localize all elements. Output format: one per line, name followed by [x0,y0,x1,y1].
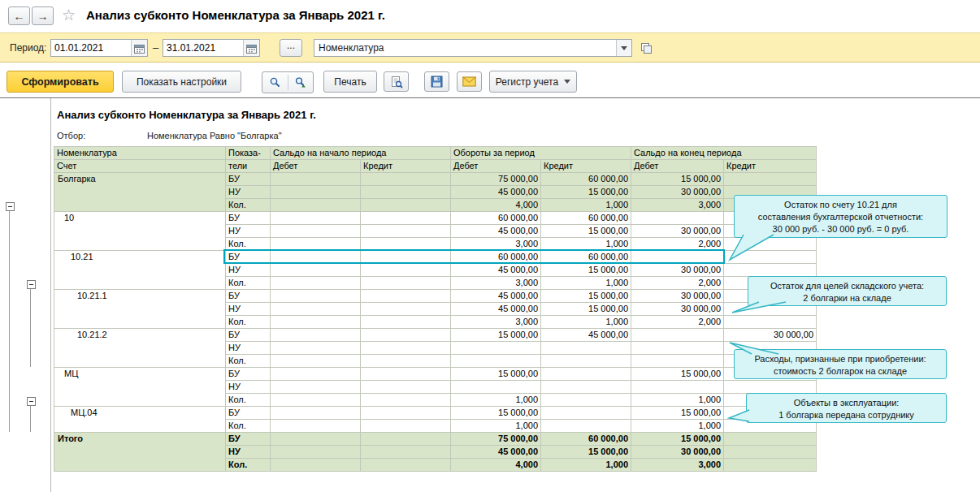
cell-indicator[interactable]: БУ [226,173,271,186]
cell-value[interactable]: 15 000,00 [541,303,631,316]
cell-value[interactable]: 3,000 [631,459,724,472]
cell-value[interactable]: 45 000,00 [451,303,541,316]
cell-value[interactable] [361,277,451,290]
cell-value[interactable]: 15 000,00 [541,186,631,199]
cell-value[interactable]: 15 000,00 [631,368,724,381]
cell-value[interactable] [271,459,361,472]
subconto-combobox[interactable]: Номенклатура [314,39,632,57]
cell-value[interactable]: 30 000,00 [631,264,724,277]
cell-value[interactable] [271,355,361,368]
cell-value[interactable]: 30 000,00 [631,186,724,199]
cell-value[interactable] [271,433,361,446]
cell-indicator[interactable]: БУ [226,407,271,420]
cell-indicator[interactable]: Кол. [226,459,271,472]
cell-value[interactable] [271,225,361,238]
cell-account[interactable]: 10 [54,212,226,251]
cell-value[interactable]: 60 000,00 [541,433,631,446]
cell-value[interactable]: 15 000,00 [541,446,631,459]
cell-value[interactable] [271,186,361,199]
cell-value[interactable] [541,407,631,420]
cell-value[interactable] [271,407,361,420]
print-preview-button[interactable] [384,71,409,92]
cell-value[interactable] [361,316,451,329]
date-to-input[interactable] [163,42,243,54]
cell-value[interactable]: 45 000,00 [451,225,541,238]
cell-value[interactable]: 75 000,00 [451,433,541,446]
cell-value[interactable]: 15 000,00 [451,407,541,420]
cell-indicator[interactable]: НУ [226,303,271,316]
cell-indicator[interactable]: Кол. [226,199,271,212]
cell-value[interactable] [271,381,361,394]
cell-value[interactable]: 1,000 [541,459,631,472]
cell-indicator[interactable]: Кол. [226,355,271,368]
group-collapse-button[interactable] [27,397,36,406]
cell-value[interactable] [361,368,451,381]
cell-value[interactable]: 2,000 [631,316,724,329]
cell-value[interactable]: 15 000,00 [631,173,724,186]
cell-indicator[interactable]: Кол. [226,316,271,329]
cell-value[interactable]: 45 000,00 [541,329,631,342]
cell-value[interactable] [724,446,817,459]
cell-indicator[interactable]: НУ [226,381,271,394]
cell-indicator[interactable]: НУ [226,225,271,238]
cell-value[interactable] [724,316,817,329]
cell-value[interactable]: 4,000 [451,199,541,212]
cell-account[interactable]: Итого [54,433,226,472]
cell-value[interactable] [361,433,451,446]
cell-value[interactable] [271,394,361,407]
cell-value[interactable]: 1,000 [541,199,631,212]
cell-value[interactable] [361,446,451,459]
cell-value[interactable] [361,264,451,277]
cell-value[interactable]: 3,000 [451,277,541,290]
cell-indicator[interactable]: БУ [226,368,271,381]
period-more-button[interactable]: ... [280,39,302,57]
date-from-input[interactable] [51,42,131,54]
cell-value[interactable]: 15 000,00 [631,433,724,446]
search-next-button[interactable] [288,72,314,93]
cell-value[interactable]: 60 000,00 [451,212,541,225]
cell-value[interactable] [631,342,724,355]
cell-account[interactable]: 10.21.2 [54,329,226,368]
cell-value[interactable] [361,342,451,355]
save-button[interactable] [424,71,449,92]
cell-value[interactable]: 45 000,00 [451,290,541,303]
cell-value[interactable] [541,368,631,381]
cell-value[interactable] [541,355,631,368]
cell-value[interactable] [361,212,451,225]
cell-value[interactable] [271,329,361,342]
cell-value[interactable] [724,264,817,277]
cell-value[interactable] [631,329,724,342]
cell-value[interactable] [361,225,451,238]
cell-value[interactable] [271,420,361,433]
cell-value[interactable] [361,290,451,303]
cell-value[interactable]: 4,000 [451,459,541,472]
cell-value[interactable] [451,381,541,394]
cell-value[interactable]: 75 000,00 [451,173,541,186]
cell-value[interactable]: 1,000 [541,277,631,290]
cell-account[interactable]: 10.21 [54,251,226,290]
cell-value[interactable]: 3,000 [451,316,541,329]
cell-value[interactable]: 3,000 [631,199,724,212]
cell-value[interactable]: 45 000,00 [451,264,541,277]
forward-button[interactable]: → [32,6,54,25]
cell-value[interactable]: 45 000,00 [451,186,541,199]
cell-value[interactable]: 45 000,00 [451,446,541,459]
register-menu-button[interactable]: Регистр учета [489,71,577,93]
open-list-button[interactable] [638,40,655,57]
cell-value[interactable]: 30 000,00 [631,290,724,303]
cell-value[interactable]: 1,000 [631,394,724,407]
cell-value[interactable] [361,173,451,186]
cell-value[interactable] [361,199,451,212]
cell-value[interactable] [631,355,724,368]
cell-value[interactable] [361,407,451,420]
cell-value[interactable]: 60 000,00 [541,212,631,225]
cell-value[interactable] [541,342,631,355]
cell-value[interactable] [631,381,724,394]
cell-value[interactable] [271,199,361,212]
cell-indicator[interactable]: Кол. [226,277,271,290]
cell-value[interactable] [271,316,361,329]
cell-value[interactable] [541,420,631,433]
cell-value[interactable]: 2,000 [631,277,724,290]
cell-indicator[interactable]: БУ [226,433,271,446]
cell-value[interactable] [271,277,361,290]
